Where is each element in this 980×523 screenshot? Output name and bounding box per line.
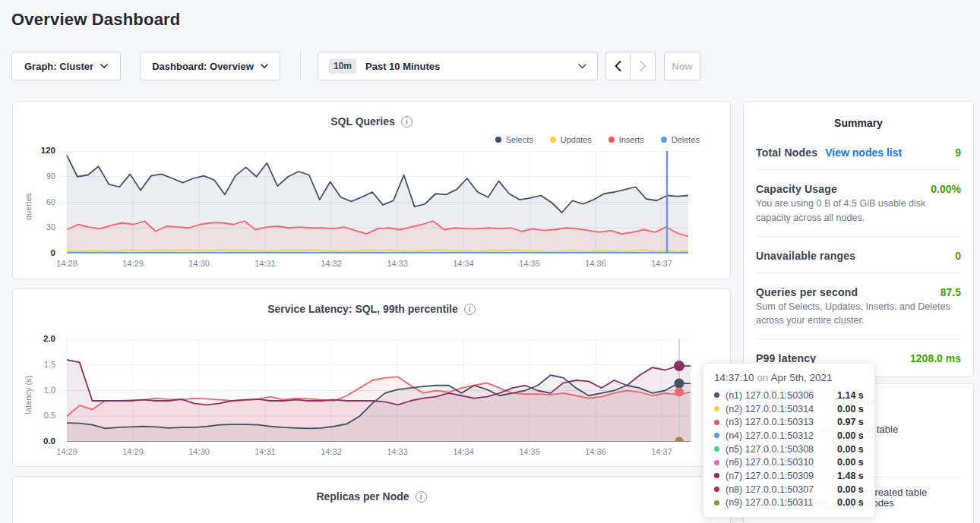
- tooltip-node-value: 0.00 s: [837, 444, 864, 455]
- tooltip-node-label: (n8) 127.0.0.1:50307: [726, 484, 837, 495]
- time-step-group: [605, 52, 656, 80]
- x-tick-label: 14:33: [387, 259, 408, 268]
- service-latency-plot[interactable]: [60, 339, 691, 442]
- latency-y-axis-unit: latency (s): [24, 376, 33, 414]
- y-tick-label: 120: [28, 146, 55, 155]
- x-tick-label: 14:35: [519, 447, 540, 456]
- tooltip-node-label: (n9) 127.0.0.1:50311: [726, 497, 837, 508]
- x-tick-label: 14:36: [585, 447, 606, 456]
- node-color-dot-icon: [714, 446, 719, 452]
- summary-row-total-nodes: Total Nodes View nodes list 9: [756, 134, 961, 169]
- service-latency-card: Service Latency: SQL, 99th percentile i …: [12, 288, 731, 467]
- legend-label: Selects: [506, 135, 533, 144]
- tooltip-node-value: 0.00 s: [837, 497, 864, 508]
- total-nodes-value: 9: [955, 147, 961, 159]
- time-range-badge: 10m: [329, 58, 356, 74]
- tooltip-node-row: (n7) 127.0.0.1:503091.48 s: [714, 469, 864, 483]
- x-tick-label: 14:31: [254, 447, 276, 456]
- p99-latency-value: 1208.0 ms: [910, 352, 961, 364]
- sql-queries-plot[interactable]: [60, 151, 691, 254]
- chevron-down-icon: [100, 64, 108, 68]
- legend-label: Deletes: [672, 135, 700, 144]
- legend-item[interactable]: Deletes: [661, 135, 700, 144]
- capacity-usage-label: Capacity Usage: [756, 183, 837, 195]
- controls-divider: [300, 52, 301, 80]
- x-tick-label: 14:31: [254, 259, 276, 268]
- sql-queries-card: SQL Queries i SelectsUpdatesInsertsDelet…: [12, 101, 731, 279]
- x-tick-label: 14:37: [651, 259, 672, 268]
- x-tick-label: 14:28: [56, 259, 77, 268]
- tooltip-node-value: 1.48 s: [837, 471, 864, 481]
- y-tick-label: 30: [28, 222, 55, 232]
- y-tick-label: 90: [28, 172, 55, 181]
- tooltip-node-row: (n6) 127.0.0.1:503100.00 s: [714, 455, 864, 469]
- tooltip-node-value: 0.97 s: [837, 417, 864, 427]
- view-nodes-list-link[interactable]: View nodes list: [825, 147, 902, 159]
- x-tick-label: 14:37: [651, 447, 672, 456]
- page-title: Overview Dashboard: [11, 10, 180, 30]
- queries-per-second-label: Queries per second: [756, 286, 858, 298]
- replicas-per-node-title: Replicas per Node: [316, 490, 409, 503]
- replicas-per-node-card: Replicas per Node i: [12, 476, 731, 523]
- now-button[interactable]: Now: [664, 52, 700, 80]
- y-tick-label: 0.5: [28, 411, 55, 420]
- tooltip-node-label: (n1) 127.0.0.1:50306: [726, 390, 837, 401]
- queries-per-second-value: 87.5: [940, 286, 961, 298]
- tooltip-timestamp: 14:37:10 on Apr 5th, 2021: [714, 372, 864, 383]
- tooltip-node-row: (n2) 127.0.0.1:503140.00 s: [714, 402, 864, 416]
- tooltip-node-label: (n6) 127.0.0.1:50310: [726, 457, 837, 468]
- total-nodes-label: Total Nodes: [756, 147, 817, 159]
- x-tick-label: 14:28: [56, 447, 77, 456]
- y-tick-label: 60: [28, 197, 55, 206]
- dashboard-dropdown-label: Dashboard: Overview: [152, 61, 254, 72]
- tooltip-node-label: (n7) 127.0.0.1:50309: [726, 471, 837, 481]
- unavailable-ranges-label: Unavailable ranges: [756, 250, 855, 262]
- tooltip-node-row: (n4) 127.0.0.1:503120.00 s: [714, 429, 864, 443]
- legend-dot-icon: [550, 137, 556, 143]
- node-color-dot-icon: [714, 420, 719, 425]
- node-color-dot-icon: [714, 487, 719, 492]
- y-tick-label: 1.0: [28, 386, 55, 395]
- legend-item[interactable]: Selects: [495, 135, 533, 144]
- capacity-usage-value: 0.00%: [931, 183, 961, 195]
- tooltip-node-label: (n2) 127.0.0.1:50314: [726, 404, 837, 414]
- tooltip-node-value: 0.00 s: [837, 404, 864, 414]
- legend-dot-icon: [495, 137, 501, 143]
- time-next-button[interactable]: [631, 52, 656, 80]
- x-tick-label: 14:36: [585, 259, 606, 268]
- x-tick-label: 14:34: [453, 259, 474, 268]
- capacity-usage-description: You are using 0 B of 4.5 GiB usable disk…: [756, 197, 961, 236]
- x-tick-label: 14:30: [188, 259, 210, 268]
- x-tick-label: 14:29: [122, 259, 144, 268]
- dashboard-dropdown[interactable]: Dashboard: Overview: [140, 52, 280, 80]
- legend-item[interactable]: Inserts: [609, 135, 644, 144]
- node-color-dot-icon: [714, 500, 719, 506]
- info-icon[interactable]: i: [416, 491, 427, 503]
- graph-dropdown[interactable]: Graph: Cluster: [11, 52, 121, 80]
- summary-title: Summary: [744, 102, 973, 129]
- x-tick-label: 14:30: [188, 447, 210, 456]
- node-color-dot-icon: [714, 406, 719, 411]
- legend-label: Inserts: [619, 135, 644, 144]
- x-tick-label: 14:32: [321, 447, 342, 456]
- info-icon[interactable]: i: [464, 304, 476, 315]
- service-latency-title: Service Latency: SQL, 99th percentile: [267, 303, 458, 315]
- y-tick-label: 0.0: [28, 436, 55, 446]
- y-tick-label: 2.0: [28, 334, 55, 343]
- legend-item[interactable]: Updates: [550, 135, 592, 144]
- graph-dropdown-label: Graph: Cluster: [24, 61, 93, 72]
- time-prev-button[interactable]: [605, 52, 631, 80]
- tooltip-node-row: (n3) 127.0.0.1:503130.97 s: [714, 415, 864, 429]
- info-icon[interactable]: i: [401, 116, 413, 128]
- tooltip-node-value: 1.14 s: [837, 390, 864, 401]
- node-color-dot-icon: [714, 473, 719, 478]
- node-color-dot-icon: [714, 460, 719, 465]
- x-tick-label: 14:29: [122, 447, 144, 456]
- x-tick-label: 14:35: [519, 259, 540, 268]
- chevron-down-icon: [578, 64, 586, 69]
- node-color-dot-icon: [714, 392, 719, 398]
- time-range-picker[interactable]: 10m Past 10 Minutes: [318, 52, 598, 80]
- x-tick-label: 14:32: [321, 259, 342, 268]
- chart-hover-tooltip: 14:37:10 on Apr 5th, 2021 (n1) 127.0.0.1…: [703, 363, 875, 518]
- legend-label: Updates: [561, 135, 592, 144]
